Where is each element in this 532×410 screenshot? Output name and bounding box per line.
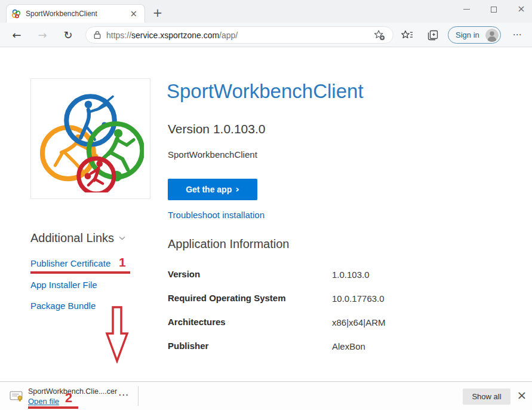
close-button[interactable]: × <box>514 2 528 16</box>
avatar <box>485 29 499 42</box>
favorites-star-icon <box>401 30 413 41</box>
shelf-close-icon[interactable]: × <box>515 388 529 402</box>
back-button[interactable]: ← <box>9 27 24 43</box>
app-favicon-icon <box>11 9 21 19</box>
get-the-app-button[interactable]: Get the app › <box>168 179 257 200</box>
url-text: https://service.xsportzone.com/app/ <box>106 30 374 40</box>
lock-icon <box>94 30 101 39</box>
publisher-certificate-link[interactable]: Publisher Certificate <box>30 258 110 268</box>
sports-logo-icon <box>37 85 144 192</box>
annotation-underline-1 <box>30 271 130 274</box>
download-more-options-icon[interactable]: ⋯ <box>118 388 129 400</box>
window-controls: × <box>459 1 528 17</box>
info-value: 1.0.103.0 <box>332 270 370 280</box>
collections-icon <box>427 29 439 41</box>
info-label: Version <box>168 269 200 279</box>
page-title: SportWorkbenchClient <box>167 80 364 103</box>
maximize-button[interactable] <box>487 2 501 16</box>
chevron-down-icon[interactable] <box>119 236 125 240</box>
page-content: SportWorkbenchClient Version 1.0.103.0 S… <box>0 47 532 381</box>
annotation-step-1: 1 <box>119 255 126 270</box>
certificate-file-icon <box>10 390 23 405</box>
info-label: Required Operating System <box>168 293 286 303</box>
new-tab-button[interactable]: + <box>150 5 165 20</box>
application-information-heading: Application Information <box>168 237 289 251</box>
forward-button[interactable]: → <box>35 27 50 43</box>
annotation-underline-2 <box>28 406 78 409</box>
info-value: 10.0.17763.0 <box>332 293 385 304</box>
browser-tab[interactable]: SportWorkbenchClient × <box>6 4 145 23</box>
app-subtitle: SportWorkbenchClient <box>168 149 257 160</box>
chevron-right-icon: › <box>235 185 239 194</box>
address-bar[interactable]: https://service.xsportzone.com/app/ <box>85 26 393 44</box>
tab-title: SportWorkbenchClient <box>26 10 127 18</box>
sign-in-label: Sign in <box>456 30 485 39</box>
url-scheme: https:// <box>106 30 131 40</box>
refresh-button[interactable]: ↻ <box>60 27 76 43</box>
info-value: AlexBon <box>332 341 365 351</box>
info-label: Architectures <box>168 317 226 327</box>
annotation-step-2: 2 <box>65 390 72 406</box>
add-favorite-icon[interactable] <box>374 29 385 41</box>
info-label: Publisher <box>168 341 208 351</box>
additional-links-label: Additional Links <box>30 231 114 245</box>
tab-strip: SportWorkbenchClient × + × <box>0 0 532 23</box>
open-file-link[interactable]: Open file <box>28 397 59 406</box>
url-path: /app/ <box>219 30 238 40</box>
url-host: service.xsportzone.com <box>131 30 219 40</box>
show-all-button[interactable]: Show all <box>463 388 511 405</box>
troubleshoot-link[interactable]: Troubleshoot installation <box>168 210 265 220</box>
minimize-icon <box>463 9 470 10</box>
app-logo <box>30 78 150 199</box>
download-file-name[interactable]: SportWorkbench.Clie....cer <box>28 387 117 396</box>
shelf-divider <box>138 386 139 406</box>
download-shelf: SportWorkbench.Clie....cer Open file 2 ⋯… <box>0 381 532 410</box>
annotation-arrow-down-icon <box>105 306 129 363</box>
app-installer-file-link[interactable]: App Installer File <box>30 280 97 290</box>
maximize-icon <box>491 7 497 13</box>
favorites-button[interactable] <box>399 27 415 43</box>
info-value: x86|x64|ARM <box>332 317 386 328</box>
browser-toolbar: ← → ↻ https://service.xsportzone.com/app… <box>0 23 532 47</box>
get-the-app-label: Get the app <box>186 185 232 194</box>
version-line: Version 1.0.103.0 <box>168 122 265 136</box>
settings-menu-button[interactable]: ⋯ <box>509 27 525 43</box>
collections-button[interactable] <box>425 27 441 43</box>
sign-in-button[interactable]: Sign in <box>448 26 501 44</box>
minimize-button[interactable] <box>459 2 473 16</box>
package-bundle-link[interactable]: Package Bundle <box>30 301 96 311</box>
tab-close-icon[interactable]: × <box>127 10 140 19</box>
additional-links-heading: Additional Links <box>30 231 125 245</box>
